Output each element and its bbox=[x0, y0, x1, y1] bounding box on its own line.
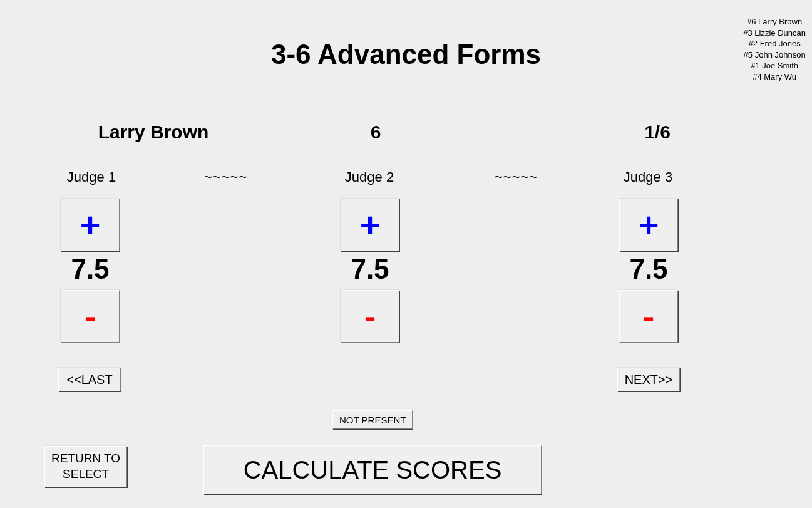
judge3-minus-button[interactable]: - bbox=[619, 290, 678, 343]
roster-item: #3 Lizzie Duncan bbox=[743, 28, 806, 39]
judge1-minus-button[interactable]: - bbox=[61, 290, 120, 343]
judge1-label: Judge 1 bbox=[41, 169, 141, 185]
judge3-plus-button[interactable]: + bbox=[619, 199, 678, 251]
roster-list: #6 Larry Brown #3 Lizzie Duncan #2 Fred … bbox=[743, 16, 806, 82]
judge1-plus-button[interactable]: + bbox=[61, 199, 120, 251]
last-button[interactable]: <<LAST bbox=[58, 368, 121, 391]
page-title: 3-6 Advanced Forms bbox=[0, 39, 812, 70]
judge3-score: 7.5 bbox=[619, 251, 678, 290]
competitor-name: Larry Brown bbox=[56, 122, 250, 143]
roster-item: #6 Larry Brown bbox=[743, 16, 806, 28]
competitor-number: 6 bbox=[338, 122, 413, 143]
return-to-select-button[interactable]: RETURN TO SELECT bbox=[44, 446, 127, 487]
not-present-button[interactable]: NOT PRESENT bbox=[332, 410, 413, 429]
judge2-minus-button[interactable]: - bbox=[341, 290, 399, 343]
judge3-stepper: + 7.5 - bbox=[619, 199, 678, 343]
competitor-position: 1/6 bbox=[607, 122, 707, 143]
judge2-score: 7.5 bbox=[341, 251, 399, 290]
separator-tildes: ~~~~~ bbox=[204, 169, 247, 185]
judge2-plus-button[interactable]: + bbox=[341, 199, 399, 251]
next-button[interactable]: NEXT>> bbox=[617, 368, 680, 391]
separator-tildes: ~~~~~ bbox=[495, 169, 538, 185]
judge3-label: Judge 3 bbox=[598, 169, 698, 185]
roster-item: #2 Fred Jones bbox=[743, 38, 806, 49]
judge2-label: Judge 2 bbox=[319, 169, 419, 185]
judge2-stepper: + 7.5 - bbox=[341, 199, 399, 343]
calculate-scores-button[interactable]: CALCULATE SCORES bbox=[203, 445, 542, 494]
roster-item: #5 John Johnson bbox=[743, 49, 806, 61]
roster-item: #1 Joe Smith bbox=[743, 60, 806, 71]
roster-item: #4 Mary Wu bbox=[743, 71, 806, 83]
judge1-score: 7.5 bbox=[61, 251, 120, 290]
judge1-stepper: + 7.5 - bbox=[61, 199, 120, 343]
